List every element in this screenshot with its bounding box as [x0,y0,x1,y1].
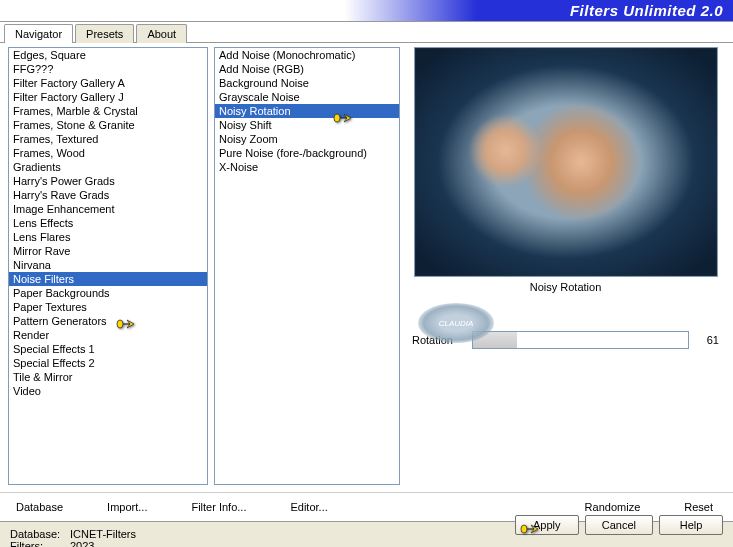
slider-value: 61 [689,334,719,346]
status-filters-label: Filters: [10,540,70,547]
status-db-label: Database: [10,528,70,540]
filter-item[interactable]: Noisy Zoom [215,132,399,146]
watermark-badge: CLAUDIA [418,303,494,343]
category-item[interactable]: Lens Flares [9,230,207,244]
category-item[interactable]: Frames, Marble & Crystal [9,104,207,118]
category-item[interactable]: Lens Effects [9,216,207,230]
tab-bar: Navigator Presets About [0,22,733,43]
status-filters-value: 2023 [70,540,94,547]
category-item[interactable]: Special Effects 2 [9,356,207,370]
category-list[interactable]: Edges, SquareFFG???Filter Factory Galler… [8,47,208,485]
tab-presets[interactable]: Presets [75,24,134,43]
status-db-value: ICNET-Filters [70,528,136,540]
category-item[interactable]: Nirvana [9,258,207,272]
category-item[interactable]: Noise Filters [9,272,207,286]
import-button[interactable]: Import... [99,497,155,517]
category-item[interactable]: Filter Factory Gallery A [9,76,207,90]
preview-label: Noisy Rotation [406,277,725,301]
database-button[interactable]: Database [8,497,71,517]
reset-button[interactable]: Reset [676,497,721,517]
category-item[interactable]: FFG??? [9,62,207,76]
tab-navigator[interactable]: Navigator [4,24,73,43]
preview-image [414,47,718,277]
filter-item[interactable]: Add Noise (RGB) [215,62,399,76]
category-item[interactable]: Paper Backgrounds [9,286,207,300]
main-content: Edges, SquareFFG???Filter Factory Galler… [0,42,733,492]
category-item[interactable]: Frames, Stone & Granite [9,118,207,132]
slider-track[interactable] [472,331,689,349]
filter-item[interactable]: Background Noise [215,76,399,90]
preview-panel: Noisy Rotation Rotation 61 [406,47,725,492]
filter-item[interactable]: Noisy Shift [215,118,399,132]
filter-item[interactable]: Grayscale Noise [215,90,399,104]
randomize-button[interactable]: Randomize [577,497,649,517]
filter-item[interactable]: X-Noise [215,160,399,174]
preview-render [415,48,717,276]
category-item[interactable]: Paper Textures [9,300,207,314]
filter-item[interactable]: Noisy Rotation [215,104,399,118]
category-item[interactable]: Tile & Mirror [9,370,207,384]
footer-buttons: Apply Cancel Help [515,515,723,535]
tab-about[interactable]: About [136,24,187,43]
category-item[interactable]: Filter Factory Gallery J [9,90,207,104]
category-item[interactable]: Harry's Power Grads [9,174,207,188]
category-item[interactable]: Special Effects 1 [9,342,207,356]
filter-list[interactable]: Add Noise (Monochromatic)Add Noise (RGB)… [214,47,400,485]
category-item[interactable]: Render [9,328,207,342]
titlebar: Filters Unlimited 2.0 [0,0,733,22]
category-item[interactable]: Frames, Textured [9,132,207,146]
category-item[interactable]: Gradients [9,160,207,174]
app-title: Filters Unlimited 2.0 [570,2,723,19]
category-item[interactable]: Pattern Generators [9,314,207,328]
category-item[interactable]: Image Enhancement [9,202,207,216]
category-item[interactable]: Video [9,384,207,398]
filter-item[interactable]: Add Noise (Monochromatic) [215,48,399,62]
category-item[interactable]: Edges, Square [9,48,207,62]
category-item[interactable]: Mirror Rave [9,244,207,258]
category-item[interactable]: Harry's Rave Grads [9,188,207,202]
cancel-button[interactable]: Cancel [585,515,653,535]
editor-button[interactable]: Editor... [282,497,335,517]
apply-button[interactable]: Apply [515,515,579,535]
filter-item[interactable]: Pure Noise (fore-/background) [215,146,399,160]
filter-info-button[interactable]: Filter Info... [183,497,254,517]
help-button[interactable]: Help [659,515,723,535]
category-item[interactable]: Frames, Wood [9,146,207,160]
